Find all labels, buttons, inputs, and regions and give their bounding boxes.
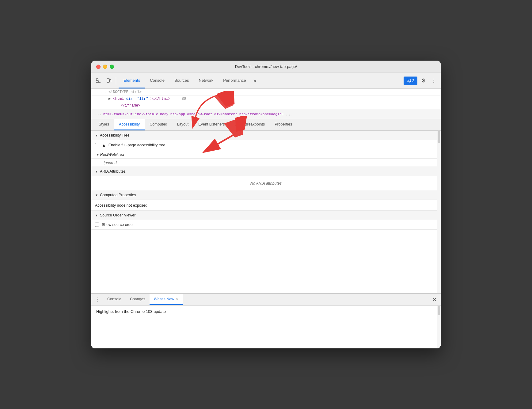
drawer-scrollbar[interactable]	[437, 306, 441, 348]
tab-console[interactable]: Console	[145, 73, 169, 88]
drawer-scrollbar-thumb[interactable]	[438, 306, 440, 315]
breadcrumb-item-body[interactable]: body	[160, 112, 169, 116]
computed-properties-header[interactable]: ▼ Computed Properties	[91, 190, 441, 200]
root-web-area-label: RootWebArea	[100, 152, 124, 157]
maximize-button[interactable]	[110, 65, 114, 69]
drawer-content: Highlights from the Chrome 103 update	[91, 306, 441, 348]
dots-icon: ⋮	[95, 297, 100, 302]
triangle-icon: ▼	[95, 170, 98, 173]
html-row-html[interactable]: ▶ <html dir= "ltr" >…</html> == $0	[91, 96, 441, 102]
accessibility-tree-header[interactable]: ▼ Accessibility Tree	[91, 131, 441, 140]
root-web-area-row[interactable]: ▼ RootWebArea	[91, 150, 441, 159]
enable-accessibility-row: ▲ Enable full-page accessibility tree	[95, 143, 437, 148]
toolbar-divider	[116, 77, 116, 84]
window-title: DevTools - chrome://new-tab-page/	[235, 64, 297, 69]
scrollbar-track[interactable]	[437, 131, 441, 293]
close-whats-new-icon[interactable]: ✕	[176, 297, 179, 301]
breadcrumb-dots[interactable]: ...	[95, 112, 101, 116]
tab-elements[interactable]: Elements	[119, 73, 145, 88]
svg-rect-0	[96, 79, 98, 81]
more-tabs-button[interactable]: »	[251, 73, 259, 88]
html-row-iframe[interactable]: </iframe>	[91, 102, 441, 109]
accessibility-tree-content: ▲ Enable full-page accessibility tree	[91, 140, 441, 150]
breadcrumb-wrapper: ... html.focus-outline-visible body ntp-…	[91, 109, 441, 119]
drawer-tab-whats-new[interactable]: What's New ✕	[150, 294, 183, 305]
html-panel: ... <!DOCTYPE html> ▶ <html dir= "ltr" >…	[91, 89, 441, 109]
source-order-content: Show source order	[91, 220, 441, 230]
sub-tabs: Styles Accessibility Computed Layout Eve…	[91, 119, 441, 131]
sub-tab-computed[interactable]: Computed	[145, 119, 172, 130]
show-source-order-checkbox[interactable]	[95, 223, 99, 227]
breadcrumb-item-ntp-iframe[interactable]: ntp-iframe#oneGoogleE	[239, 112, 284, 116]
scrollbar-thumb[interactable]	[438, 131, 440, 143]
breadcrumb-item-ntp-app[interactable]: ntp-app	[170, 112, 185, 116]
more-options-button[interactable]: ⋮	[429, 76, 438, 85]
breadcrumb-item-shadow[interactable]: #shadow-root	[187, 112, 212, 116]
sub-tab-dom-breakpoints[interactable]: DOM Breakpoints	[230, 119, 270, 130]
title-bar: DevTools - chrome://new-tab-page/	[91, 61, 441, 73]
show-source-order-row: Show source order	[95, 223, 437, 227]
accessibility-panel: ▼ Accessibility Tree ▲ Enable full-page …	[91, 131, 441, 293]
svg-rect-6	[407, 79, 411, 82]
iframe-close-tag: </iframe>	[108, 103, 438, 108]
aria-attributes-header[interactable]: ▼ ARIA Attributes	[91, 167, 441, 176]
inspect-element-button[interactable]	[94, 76, 103, 85]
html-element: ▶ <html dir= "ltr" >…</html> == $0	[108, 96, 438, 101]
drawer-tab-changes[interactable]: Changes	[126, 294, 150, 305]
html-row-doctype[interactable]: ... <!DOCTYPE html>	[91, 89, 441, 96]
gear-icon: ⚙	[421, 77, 426, 84]
close-icon: ✕	[432, 296, 437, 303]
whats-new-content: Highlights from the Chrome 103 update	[96, 309, 166, 314]
tab-network[interactable]: Network	[194, 73, 218, 88]
sub-tab-event-listeners[interactable]: Event Listeners	[193, 119, 230, 130]
no-aria-message: No ARIA attributes	[91, 176, 441, 190]
top-tab-list: Elements Console Sources Network Perform…	[119, 73, 402, 88]
triangle-icon: ▼	[95, 134, 98, 137]
enable-accessibility-checkbox[interactable]	[95, 143, 99, 147]
top-toolbar: Elements Console Sources Network Perform…	[91, 73, 441, 89]
close-button[interactable]	[96, 65, 101, 69]
minimize-button[interactable]	[103, 65, 107, 69]
drawer-more-button[interactable]: ⋮	[94, 296, 102, 304]
gutter: ...	[94, 90, 108, 94]
feedback-button[interactable]: 2	[404, 77, 417, 85]
breadcrumb-bar: ... html.focus-outline-visible body ntp-…	[91, 109, 441, 119]
breadcrumb-item-html[interactable]: html.focus-outline-visible	[103, 112, 158, 116]
toolbar-right: 2 ⚙ ⋮	[404, 76, 438, 85]
ignored-row: Ignored	[91, 159, 441, 167]
main-area: ▼ Accessibility Tree ▲ Enable full-page …	[91, 131, 441, 348]
triangle-icon: ▼	[95, 193, 98, 197]
breadcrumb-item-div[interactable]: div#content	[214, 112, 238, 116]
doctype-text: <!DOCTYPE html>	[108, 90, 438, 94]
ignored-label: Ignored	[104, 161, 116, 165]
devtools-window: DevTools - chrome://new-tab-page/	[91, 61, 441, 348]
svg-rect-3	[107, 79, 109, 82]
sub-tab-accessibility[interactable]: Accessibility	[114, 119, 145, 130]
drawer-tab-console[interactable]: Console	[103, 294, 126, 305]
svg-marker-9	[409, 82, 410, 83]
breadcrumb-more[interactable]: ...	[286, 112, 293, 117]
traffic-lights	[96, 65, 114, 69]
sub-tab-layout[interactable]: Layout	[172, 119, 194, 130]
bottom-drawer: ⋮ Console Changes What's New ✕ ✕	[91, 293, 441, 348]
tab-sources[interactable]: Sources	[169, 73, 194, 88]
node-not-exposed-label: Accessibility node not exposed	[95, 203, 147, 208]
device-toolbar-button[interactable]	[104, 76, 113, 85]
svg-rect-4	[110, 80, 111, 82]
tab-performance[interactable]: Performance	[218, 73, 251, 88]
triangle-icon: ▼	[95, 214, 98, 217]
devtools-body: Elements Console Sources Network Perform…	[91, 73, 441, 348]
settings-button[interactable]: ⚙	[419, 76, 428, 85]
computed-properties-content: Accessibility node not exposed	[91, 200, 441, 211]
source-order-header[interactable]: ▼ Source Order Viewer	[91, 211, 441, 220]
sub-tab-properties[interactable]: Properties	[270, 119, 297, 130]
sub-tab-styles[interactable]: Styles	[94, 119, 114, 130]
drawer-tabs: ⋮ Console Changes What's New ✕ ✕	[91, 294, 441, 306]
accessibility-icon: ▲	[102, 143, 106, 148]
close-drawer-button[interactable]: ✕	[430, 296, 438, 304]
kebab-icon: ⋮	[431, 77, 436, 84]
